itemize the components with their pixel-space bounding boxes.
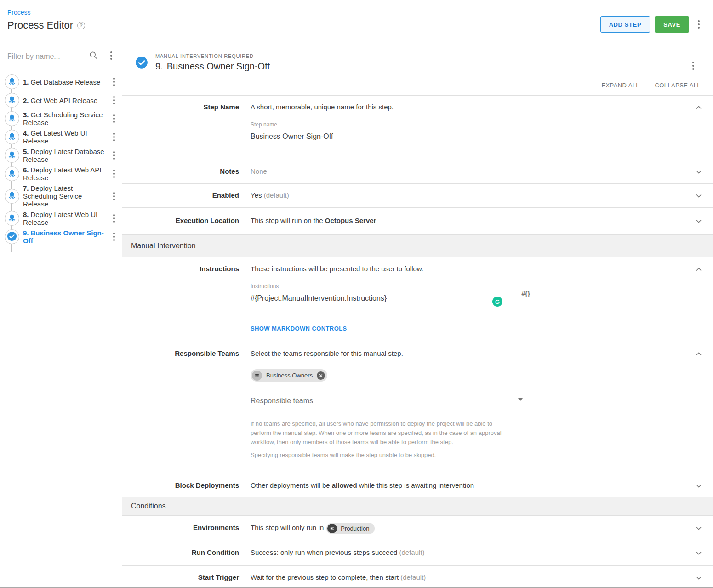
enabled-value: Yes (default) — [251, 191, 684, 200]
responsible-teams-select[interactable]: Responsible teams — [251, 394, 527, 410]
manual-intervention-section-header: Manual Intervention — [122, 235, 713, 257]
page-title: Process Editor — [7, 19, 73, 31]
step-name: Get Database Release — [31, 78, 101, 86]
instructions-row: Instructions These instructions will be … — [122, 257, 713, 342]
expand-all-button[interactable]: EXPAND ALL — [601, 82, 639, 89]
step-item-overflow-menu-icon[interactable] — [109, 131, 119, 143]
collapse-all-button[interactable]: COLLAPSE ALL — [655, 82, 701, 89]
step-name: Deploy Latest Web UI Release — [23, 211, 97, 226]
remove-team-icon[interactable] — [317, 371, 325, 380]
collapse-instructions-chevron-icon[interactable] — [684, 264, 713, 274]
responsible-teams-row: Responsible Teams Select the teams respo… — [122, 342, 713, 474]
run-condition-label: Run Condition — [122, 548, 239, 557]
octopus-icon — [7, 95, 17, 106]
dropdown-arrow-icon — [518, 398, 523, 401]
collapse-step-name-chevron-icon[interactable] — [684, 103, 713, 112]
step-item-overflow-menu-icon[interactable] — [109, 212, 119, 224]
filter-overflow-menu-icon[interactable] — [106, 50, 116, 62]
step-editor-panel: MANUAL INTERVENTION REQUIRED 9.Business … — [122, 41, 713, 587]
step-number: 1. — [23, 78, 29, 86]
block-deployments-label: Block Deployments — [122, 481, 239, 490]
add-step-button[interactable]: ADD STEP — [600, 16, 650, 33]
step-item-overflow-menu-icon[interactable] — [109, 168, 119, 180]
sidebar-step-item[interactable]: 9.Business Owner Sign-Off — [0, 228, 122, 246]
filter-input[interactable] — [7, 52, 76, 61]
responsible-teams-label: Responsible Teams — [122, 349, 239, 358]
breadcrumb[interactable]: Process — [7, 9, 31, 16]
step-number: 6. — [23, 166, 29, 174]
step-name-field-label: Step name — [251, 120, 684, 129]
sidebar-step-item[interactable]: 4.Get Latest Web UI Release — [0, 128, 122, 146]
step-title: 9.Business Owner Sign-Off — [155, 61, 270, 72]
instructions-input[interactable] — [251, 291, 509, 313]
show-markdown-controls-link[interactable]: SHOW MARKDOWN CONTROLS — [251, 324, 347, 333]
environment-chip-label: Production — [341, 522, 369, 535]
sidebar-step-item[interactable]: 2.Get Web API Release — [0, 91, 122, 109]
octopus-icon — [7, 113, 17, 125]
step-name-description: A short, memorable, unique name for this… — [251, 103, 684, 111]
conditions-section-header: Conditions — [122, 497, 713, 516]
step-item-overflow-menu-icon[interactable] — [109, 190, 119, 202]
search-icon — [89, 51, 98, 61]
expand-block-deployments-chevron-icon[interactable] — [684, 481, 713, 491]
step-overflow-menu-icon[interactable] — [688, 60, 698, 72]
page-header: Process Process Editor ? ADD STEP SAVE — [0, 0, 713, 41]
step-number: 9. — [23, 229, 29, 237]
step-number: 4. — [23, 129, 29, 137]
instructions-description: These instructions will be presented to … — [251, 264, 684, 273]
step-name: Get Latest Web UI Release — [23, 129, 87, 145]
sidebar-step-item[interactable]: 7.Deploy Latest Scheduling Service Relea… — [0, 183, 122, 209]
step-item-overflow-menu-icon[interactable] — [109, 113, 119, 125]
notes-label: Notes — [122, 167, 239, 176]
sidebar-step-item[interactable]: 6.Deploy Latest Web API Release — [0, 165, 122, 183]
environment-icon — [327, 524, 337, 533]
step-name: Deploy Latest Database Release — [23, 148, 104, 163]
step-name: Deploy Latest Web API Release — [23, 166, 102, 182]
octopus-icon — [7, 76, 17, 88]
start-trigger-row: Start Trigger Wait for the previous step… — [122, 566, 713, 588]
step-item-overflow-menu-icon[interactable] — [109, 76, 119, 88]
environments-label: Environments — [122, 521, 239, 534]
status-badge: MANUAL INTERVENTION REQUIRED — [155, 53, 270, 59]
help-icon[interactable]: ? — [77, 22, 85, 29]
process-steps-sidebar: 1.Get Database Release 2.Get Web API Rel… — [0, 41, 122, 587]
save-button[interactable]: SAVE — [655, 16, 689, 33]
block-deployments-row: Block Deployments Other deployments will… — [122, 474, 713, 497]
sidebar-step-item[interactable]: 8.Deploy Latest Web UI Release — [0, 209, 122, 228]
step-name-input[interactable] — [251, 129, 527, 145]
grammarly-icon[interactable]: G — [492, 297, 502, 307]
collapse-responsible-teams-chevron-icon[interactable] — [684, 349, 713, 359]
expand-execution-location-chevron-icon[interactable] — [684, 216, 713, 226]
expand-environments-chevron-icon[interactable] — [684, 521, 713, 533]
execution-location-label: Execution Location — [122, 216, 239, 225]
sidebar-step-item[interactable]: 1.Get Database Release — [0, 73, 122, 91]
expand-run-condition-chevron-icon[interactable] — [684, 548, 713, 558]
step-check-icon — [135, 56, 148, 69]
responsible-teams-description: Select the teams responsible for this ma… — [251, 349, 684, 358]
step-number: 5. — [23, 148, 29, 155]
environment-chip[interactable]: Production — [326, 523, 375, 534]
expand-start-trigger-chevron-icon[interactable] — [684, 573, 713, 582]
octopus-icon — [7, 150, 17, 161]
run-condition-value: Success: only run when previous steps su… — [251, 548, 684, 557]
sidebar-step-item[interactable]: 5.Deploy Latest Database Release — [0, 146, 122, 165]
insert-variable-icon[interactable]: #{} — [521, 290, 530, 298]
step-item-overflow-menu-icon[interactable] — [109, 149, 119, 161]
octopus-icon — [7, 190, 17, 202]
step-name-label: Step Name — [122, 103, 239, 111]
sidebar-step-item[interactable]: 3.Get Scheduling Service Release — [0, 109, 122, 128]
step-number: 2. — [23, 97, 29, 104]
check-circle-icon — [7, 231, 17, 243]
team-people-icon — [252, 371, 262, 381]
execution-location-value: This step will run on the Octopus Server — [251, 216, 684, 225]
expand-notes-chevron-icon[interactable] — [684, 167, 713, 177]
instructions-label: Instructions — [122, 264, 239, 273]
step-item-overflow-menu-icon[interactable] — [109, 231, 119, 243]
team-chip[interactable]: Business Owners — [251, 369, 327, 382]
header-overflow-menu-icon[interactable] — [694, 18, 704, 30]
steps-list: 1.Get Database Release 2.Get Web API Rel… — [0, 73, 122, 246]
expand-enabled-chevron-icon[interactable] — [684, 191, 713, 200]
step-item-overflow-menu-icon[interactable] — [109, 94, 119, 106]
team-chip-label: Business Owners — [266, 371, 313, 380]
responsible-teams-help: If no teams are specified, all users who… — [251, 419, 513, 447]
